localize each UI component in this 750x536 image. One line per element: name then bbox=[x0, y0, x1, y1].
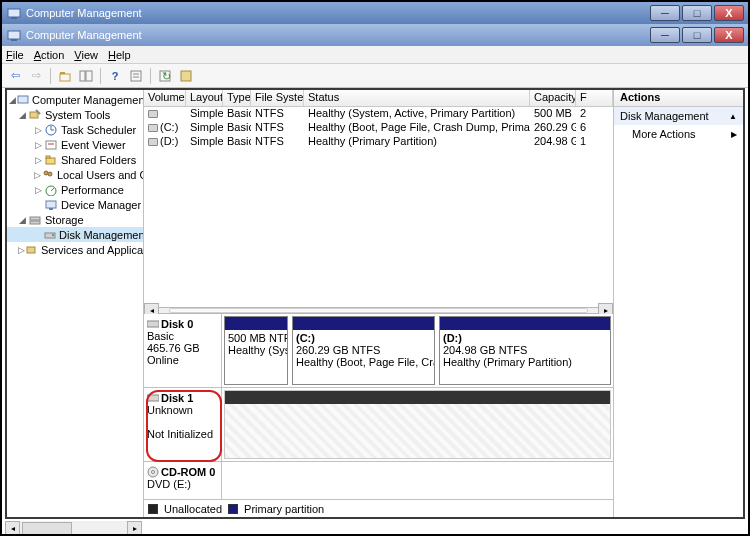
back-button[interactable]: ⇦ bbox=[6, 67, 24, 85]
legend-label: Unallocated bbox=[164, 503, 222, 515]
svg-text:↻: ↻ bbox=[162, 70, 171, 82]
inner-close-button[interactable]: X bbox=[714, 27, 744, 43]
col-layout[interactable]: Layout bbox=[186, 90, 223, 106]
volume-list[interactable]: Simple Basic NTFS Healthy (System, Activ… bbox=[144, 107, 613, 307]
col-filesystem[interactable]: File System bbox=[251, 90, 304, 106]
tree-event-viewer[interactable]: ▷Event Viewer bbox=[7, 137, 143, 152]
outer-minimize-button[interactable]: ─ bbox=[650, 5, 680, 21]
legend-swatch-unallocated bbox=[148, 504, 158, 514]
tree-local-users[interactable]: ▷Local Users and Groups bbox=[7, 167, 143, 182]
volume-row[interactable]: Simple Basic NTFS Healthy (System, Activ… bbox=[144, 107, 613, 121]
center-pane: Volume Layout Type File System Status Ca… bbox=[144, 90, 613, 517]
actions-disk-management[interactable]: Disk Management▲ bbox=[614, 107, 743, 125]
svg-rect-8 bbox=[131, 71, 141, 81]
disk-row-cdrom: CD-ROM 0 DVD (E:) No Media bbox=[144, 462, 613, 499]
menu-file[interactable]: File bbox=[6, 49, 24, 61]
help-button[interactable]: ? bbox=[106, 67, 124, 85]
menu-view[interactable]: View bbox=[74, 49, 98, 61]
svg-rect-30 bbox=[30, 217, 40, 220]
partition[interactable]: (D:)204.98 GB NTFSHealthy (Primary Parti… bbox=[439, 316, 611, 385]
actions-pane: Actions Disk Management▲ More Actions▶ bbox=[613, 90, 743, 517]
svg-rect-5 bbox=[60, 72, 65, 74]
svg-rect-15 bbox=[30, 112, 38, 118]
svg-rect-22 bbox=[46, 158, 55, 164]
tree-services[interactable]: ▷Services and Applications bbox=[7, 242, 143, 257]
forward-button[interactable]: ⇨ bbox=[27, 67, 45, 85]
svg-rect-1 bbox=[11, 17, 17, 19]
tree-system-tools[interactable]: ◢System Tools bbox=[7, 107, 143, 122]
properties-button[interactable] bbox=[127, 67, 145, 85]
svg-point-25 bbox=[48, 172, 52, 176]
volume-row[interactable]: (D:) Simple Basic NTFS Healthy (Primary … bbox=[144, 135, 613, 149]
submenu-icon: ▶ bbox=[731, 130, 737, 139]
refresh-button[interactable]: ↻ bbox=[156, 67, 174, 85]
outer-titlebar: Computer Management ─ □ X bbox=[2, 2, 748, 24]
svg-rect-35 bbox=[147, 321, 159, 327]
app-icon bbox=[6, 27, 22, 43]
toolbar: ⇦ ⇨ ? ↻ bbox=[2, 64, 748, 88]
disk-icon bbox=[147, 393, 159, 403]
menu-action[interactable]: Action bbox=[34, 49, 65, 61]
svg-rect-13 bbox=[181, 71, 191, 81]
separator bbox=[100, 68, 101, 84]
svg-rect-7 bbox=[86, 71, 92, 81]
menubar: File Action View Help bbox=[2, 46, 748, 64]
col-capacity[interactable]: Capacity bbox=[530, 90, 576, 106]
scroll-thumb[interactable] bbox=[22, 522, 72, 535]
separator bbox=[50, 68, 51, 84]
tree-device-manager[interactable]: Device Manager bbox=[7, 197, 143, 212]
disk-info[interactable]: Disk 1 Unknown Not Initialized bbox=[144, 388, 221, 461]
volume-icon bbox=[148, 138, 158, 146]
show-hide-tree-button[interactable] bbox=[77, 67, 95, 85]
tree-task-scheduler[interactable]: ▷Task Scheduler bbox=[7, 122, 143, 137]
tree-disk-management[interactable]: Disk Management bbox=[7, 227, 143, 242]
svg-point-33 bbox=[52, 234, 54, 236]
outer-title: Computer Management bbox=[26, 7, 142, 19]
tree-hscrollbar[interactable]: ◂ ▸ bbox=[5, 521, 142, 536]
volume-icon bbox=[148, 110, 158, 118]
col-status[interactable]: Status bbox=[304, 90, 530, 106]
disk-info[interactable]: Disk 0 Basic 465.76 GB Online bbox=[144, 314, 221, 387]
outer-close-button[interactable]: X bbox=[714, 5, 744, 21]
tree-performance[interactable]: ▷Performance bbox=[7, 182, 143, 197]
actions-header: Actions bbox=[614, 90, 743, 107]
disk-icon bbox=[147, 319, 159, 329]
dropdown-icon: ▲ bbox=[729, 112, 737, 121]
svg-rect-34 bbox=[27, 247, 35, 253]
partition[interactable]: (C:)260.29 GB NTFSHealthy (Boot, Page Fi… bbox=[292, 316, 435, 385]
col-free[interactable]: F bbox=[576, 90, 613, 106]
col-volume[interactable]: Volume bbox=[144, 90, 186, 106]
unallocated-space[interactable] bbox=[224, 390, 611, 459]
volume-list-header[interactable]: Volume Layout Type File System Status Ca… bbox=[144, 90, 613, 107]
legend: Unallocated Primary partition bbox=[144, 499, 613, 517]
legend-label: Primary partition bbox=[244, 503, 324, 515]
svg-rect-36 bbox=[147, 395, 159, 401]
scroll-left-button[interactable]: ◂ bbox=[5, 521, 20, 536]
legend-swatch-primary bbox=[228, 504, 238, 514]
scroll-right-button[interactable]: ▸ bbox=[127, 521, 142, 536]
volume-row[interactable]: (C:) Simple Basic NTFS Healthy (Boot, Pa… bbox=[144, 121, 613, 135]
tree-shared-folders[interactable]: ▷Shared Folders bbox=[7, 152, 143, 167]
pane-splitter[interactable]: ◂▸ bbox=[144, 307, 613, 314]
svg-rect-14 bbox=[18, 96, 28, 103]
nav-tree[interactable]: ◢Computer Management (Local ◢System Tool… bbox=[7, 90, 144, 517]
menu-help[interactable]: Help bbox=[108, 49, 131, 61]
outer-maximize-button[interactable]: □ bbox=[682, 5, 712, 21]
partition[interactable]: 500 MB NTFSHealthy (System bbox=[224, 316, 288, 385]
disk-info[interactable]: CD-ROM 0 DVD (E:) No Media bbox=[144, 462, 221, 499]
actions-more[interactable]: More Actions▶ bbox=[614, 125, 743, 143]
inner-titlebar: Computer Management ─ □ X bbox=[2, 24, 748, 46]
svg-rect-0 bbox=[8, 9, 20, 17]
up-button[interactable] bbox=[56, 67, 74, 85]
col-type[interactable]: Type bbox=[223, 90, 251, 106]
tree-root[interactable]: ◢Computer Management (Local bbox=[7, 92, 143, 107]
tree-storage[interactable]: ◢Storage bbox=[7, 212, 143, 227]
disk-map: Disk 0 Basic 465.76 GB Online 500 MB NTF… bbox=[144, 314, 613, 499]
disk-row-0: Disk 0 Basic 465.76 GB Online 500 MB NTF… bbox=[144, 314, 613, 388]
settings-button[interactable] bbox=[177, 67, 195, 85]
svg-rect-6 bbox=[80, 71, 85, 81]
svg-point-24 bbox=[44, 171, 48, 175]
inner-minimize-button[interactable]: ─ bbox=[650, 27, 680, 43]
inner-maximize-button[interactable]: □ bbox=[682, 27, 712, 43]
svg-rect-3 bbox=[11, 39, 17, 41]
